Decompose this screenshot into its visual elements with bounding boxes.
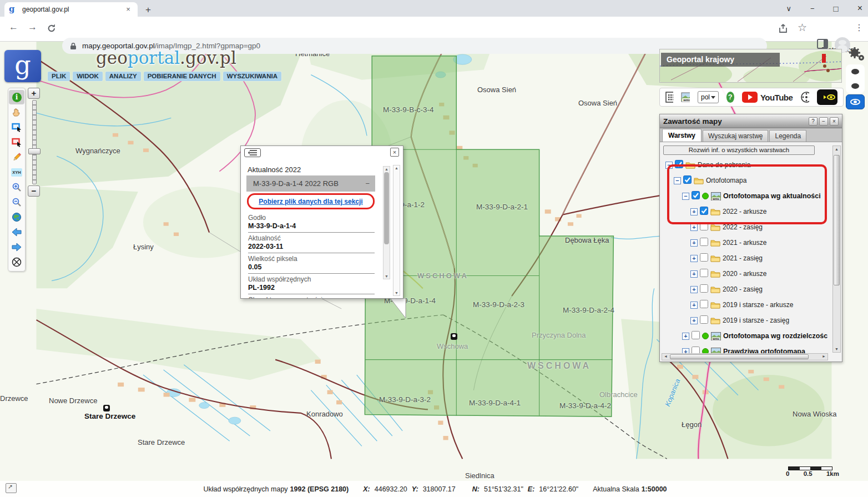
- layer-checkbox[interactable]: [700, 269, 708, 279]
- expand-statusbar-icon[interactable]: [6, 483, 17, 493]
- browser-menu-icon[interactable]: ⋮: [855, 22, 864, 33]
- layer-label[interactable]: Ortofotomapa: [706, 177, 746, 184]
- layer-checkbox[interactable]: [700, 238, 708, 248]
- window-close-icon[interactable]: ×: [857, 3, 862, 13]
- measure-pencil-icon[interactable]: [9, 150, 24, 164]
- layer-label[interactable]: 2019 i starsze - zasięg: [723, 317, 789, 324]
- layer-checkbox[interactable]: [683, 175, 692, 186]
- popup-close-icon[interactable]: ×: [390, 148, 399, 157]
- menu-item-widok[interactable]: WIDOK: [73, 72, 103, 81]
- layer-row-2021-arkusze[interactable]: +2021 - arkusze: [661, 235, 827, 250]
- tab-legenda[interactable]: Legenda: [769, 130, 806, 142]
- overview-minimap[interactable]: Geoportal krajowy: [659, 49, 842, 83]
- new-tab-button[interactable]: +: [145, 4, 151, 16]
- collapse-node-icon[interactable]: −: [674, 177, 681, 184]
- expand-node-icon[interactable]: +: [690, 255, 698, 262]
- style-option-icon[interactable]: [851, 83, 859, 89]
- zoom-out-icon[interactable]: [9, 195, 24, 209]
- visibility-button[interactable]: [846, 94, 865, 109]
- layer-row-2022-zasięg[interactable]: +2022 - zasięg: [661, 219, 827, 235]
- collapse-node-icon[interactable]: −: [665, 162, 673, 169]
- browser-tab[interactable]: g geoportal.gov.pl ×: [4, 2, 138, 17]
- layer-row-2020-arkusze[interactable]: +2020 - arkusze: [661, 266, 827, 282]
- pan-hand-icon[interactable]: [9, 105, 24, 119]
- tab-close-icon[interactable]: ×: [123, 4, 133, 14]
- window-chevron-icon[interactable]: ∨: [786, 4, 791, 13]
- layer-label[interactable]: 2020 - zasięg: [723, 285, 763, 293]
- layer-label[interactable]: 2022 - zasięg: [723, 223, 763, 231]
- bookmark-star-icon[interactable]: ☆: [798, 21, 807, 34]
- geoportal-logo[interactable]: g: [4, 50, 41, 82]
- panel-header[interactable]: Zawartość mapy ? − ×: [660, 114, 842, 128]
- window-minimize-icon[interactable]: −: [810, 4, 815, 13]
- layer-checkbox[interactable]: [700, 315, 708, 326]
- expand-all-layers-button[interactable]: Rozwiń inf. o wszystkich warstwach: [663, 145, 815, 155]
- zoom-in-button[interactable]: +: [28, 88, 40, 99]
- layer-label[interactable]: Dane do pobrania: [698, 161, 750, 169]
- popup-section-header[interactable]: M-33-9-D-a-1-4 2022 RGB−: [246, 175, 375, 192]
- panel-minimize-icon[interactable]: −: [819, 117, 828, 125]
- layer-checkbox[interactable]: [700, 207, 708, 217]
- layer-label[interactable]: 2022 - arkusze: [723, 208, 766, 215]
- layer-label[interactable]: Ortofotomapa wg rozdzielczości: [723, 332, 827, 340]
- menu-item-pobieranie-danych[interactable]: POBIERANIE DANYCH: [144, 72, 220, 81]
- layer-checkbox[interactable]: [700, 284, 708, 295]
- layer-row-2019-i-starsze-arkusze[interactable]: +2019 i starsze - arkusze: [661, 297, 827, 313]
- popup-inner-scrollbar[interactable]: ▲▼: [383, 166, 390, 279]
- menu-item-plik[interactable]: PLIK: [48, 72, 70, 81]
- zoom-out-button[interactable]: −: [28, 185, 40, 197]
- select-red-icon[interactable]: [9, 135, 24, 149]
- layer-row-2019-i-starsze-zasięg[interactable]: +2019 i starsze - zasięg: [661, 313, 827, 328]
- layer-checkbox[interactable]: [692, 191, 700, 202]
- window-maximize-icon[interactable]: □: [834, 4, 839, 13]
- popup-list-button[interactable]: [244, 148, 261, 157]
- panel-close-icon[interactable]: ×: [830, 117, 839, 125]
- panel-horizontal-scrollbar[interactable]: ◄►: [662, 353, 828, 360]
- layer-row-dane-do-pobrania[interactable]: −Dane do pobrania: [661, 157, 827, 173]
- expand-node-icon[interactable]: +: [690, 317, 698, 324]
- language-select[interactable]: pol: [698, 91, 719, 103]
- layer-checkbox[interactable]: [700, 253, 708, 264]
- collapse-icon[interactable]: −: [365, 175, 370, 192]
- layer-checkbox[interactable]: [692, 331, 700, 342]
- side-panel-icon[interactable]: [817, 39, 828, 49]
- tab-wyszukaj-warstwę[interactable]: Wyszukaj warstwę: [703, 130, 769, 142]
- layer-label[interactable]: 2020 - arkusze: [723, 270, 766, 278]
- help-button[interactable]: ?: [726, 92, 734, 103]
- expand-node-icon[interactable]: +: [690, 286, 698, 293]
- youtube-link[interactable]: YouTube: [742, 92, 793, 103]
- menu-item-analizy[interactable]: ANALIZY: [105, 72, 141, 81]
- expand-node-icon[interactable]: +: [690, 239, 698, 247]
- settings-gears-icon[interactable]: [848, 47, 865, 61]
- layer-row-ortofotomapa-wg-rozdzielczości[interactable]: +wmsOrtofotomapa wg rozdzielczości: [661, 328, 827, 344]
- layer-checkbox[interactable]: [700, 222, 708, 233]
- wms-services-icon[interactable]: wms: [681, 92, 690, 102]
- next-view-icon[interactable]: [9, 240, 24, 254]
- back-icon[interactable]: ←: [9, 22, 18, 33]
- layer-row-ortofotomapa-wg-aktualności[interactable]: −wmsOrtofotomapa wg aktualności: [661, 188, 827, 204]
- layer-row-2020-zasięg[interactable]: +2020 - zasięg: [661, 282, 827, 297]
- layer-label[interactable]: 2019 i starsze - arkusze: [723, 301, 793, 309]
- info-icon[interactable]: i: [9, 90, 24, 104]
- default-view-icon[interactable]: [9, 255, 24, 269]
- layer-checkbox[interactable]: [700, 300, 708, 310]
- previous-view-icon[interactable]: [9, 225, 24, 239]
- share-icon[interactable]: [779, 23, 789, 33]
- expand-node-icon[interactable]: +: [682, 333, 689, 340]
- layer-row-2021-zasięg[interactable]: +2021 - zasięg: [661, 250, 827, 266]
- style-compass-icon[interactable]: [800, 91, 809, 103]
- expand-node-icon[interactable]: +: [690, 224, 698, 231]
- expand-node-icon[interactable]: +: [690, 302, 698, 309]
- layer-label[interactable]: Ortofotomapa wg aktualności: [723, 192, 821, 200]
- select-blue-icon[interactable]: [9, 120, 24, 134]
- layer-label[interactable]: 2021 - zasięg: [723, 254, 763, 262]
- menu-item-wyszukiwania[interactable]: WYSZUKIWANIA: [223, 72, 281, 81]
- zoom-track[interactable]: [32, 100, 37, 184]
- grid-tools-icon[interactable]: [665, 92, 673, 103]
- panel-help-icon[interactable]: ?: [809, 117, 817, 125]
- collapse-node-icon[interactable]: −: [682, 193, 689, 200]
- tab-warstwy[interactable]: Warstwy: [662, 129, 702, 142]
- quick-access-widget[interactable]: [817, 89, 837, 105]
- expand-node-icon[interactable]: +: [690, 208, 698, 215]
- download-data-link[interactable]: Pobierz plik danych dla tej sekcji: [259, 198, 362, 205]
